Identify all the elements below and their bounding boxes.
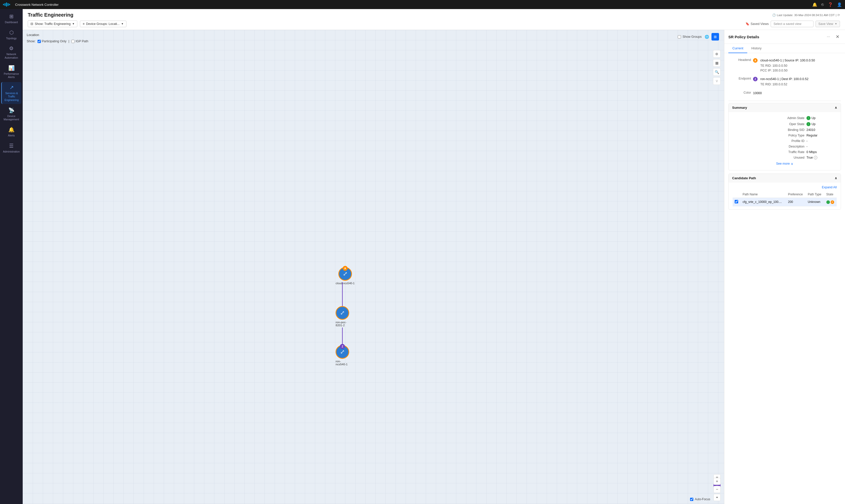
endpoint-value: Z ron-ncs540-1 | Dest IP: 100.0.0.52 TE … — [753, 77, 808, 87]
page-header-top: Traffic Engineering 🕐 Last Update: 30-Ma… — [28, 12, 840, 18]
oper-state-value: ↑ Up — [807, 122, 837, 126]
col-path-type: Path Type — [806, 191, 824, 198]
user-icon[interactable]: 👤 — [837, 2, 842, 7]
fork-icon-btn[interactable]: ⑂ — [713, 77, 721, 85]
chevron-down-icon-3: ▼ — [835, 22, 837, 25]
last-update: 🕐 Last Update: 30-Mar-2024 08:34:51 AM C… — [772, 13, 840, 17]
close-button[interactable]: ✕ — [834, 34, 841, 40]
summary-row-admin-state: Admin State ↑ Up — [733, 115, 837, 121]
candidate-path-header[interactable]: Candidate Path ∧ — [728, 174, 841, 182]
sidebar-item-topology[interactable]: ⬡ Topology — [1, 27, 21, 42]
saved-views-icon: 🔖 — [745, 22, 750, 26]
node-ron-poc-8201-2[interactable]: ⤢ ron-poc-8201-2 — [336, 306, 349, 327]
map-grid-icon-btn[interactable]: ▦ — [713, 59, 721, 67]
page-header: Traffic Engineering 🕐 Last Update: 30-Ma… — [23, 9, 845, 30]
node-badge-z: Z — [340, 344, 345, 349]
help-icon[interactable]: ❓ — [828, 2, 833, 7]
headend-node-indicator: A — [753, 58, 758, 63]
sidebar-item-performance-alerts[interactable]: 📊 Performance Alerts — [1, 63, 21, 81]
participating-only-label[interactable]: Participating Only — [37, 39, 67, 43]
unused-value: True i — [807, 156, 837, 159]
headend-value: A cloud-ncs540-1 | Source IP: 100.0.0.50… — [753, 58, 815, 73]
node-cloud-ncs540-1[interactable]: A ⤢ cloud-ncs540-1 — [336, 267, 354, 285]
description-value: - — [807, 145, 837, 148]
igp-path-label[interactable]: IGP Path — [71, 39, 88, 43]
page-header-controls: ⊟ Show: Traffic Engineering ▼ ≡ Device G… — [28, 20, 840, 30]
layers-icon-btn[interactable]: ⊛ — [713, 50, 721, 58]
endpoint-label: Endpoint — [728, 77, 751, 87]
summary-row-unused: Unused True i — [733, 155, 837, 160]
chevron-down-icon-4: ∨ — [791, 162, 793, 166]
profile-id-value: - — [807, 139, 837, 143]
device-groups-dropdown[interactable]: ≡ Device Groups: Locati... ▼ — [80, 21, 126, 27]
summary-body: Admin State ↑ Up Oper State ↑ — [728, 112, 841, 170]
tab-current[interactable]: Current — [728, 44, 747, 53]
sidebar: ⊞ Dashboard ⬡ Topology ⚙ Network Automat… — [0, 9, 23, 504]
show-groups-control[interactable]: Show Groups 🌐 ⊞ — [678, 33, 719, 40]
summary-row-oper-state: Oper State ↑ Up — [733, 121, 837, 127]
saved-views-section: 🔖 Saved Views Select a saved view Save V… — [745, 21, 840, 27]
auto-focus-row: Auto-Focus — [690, 498, 710, 501]
oper-state-icon: ↑ — [807, 122, 810, 126]
saved-views-select[interactable]: Select a saved view — [771, 21, 813, 27]
zoom-in-button[interactable]: + — [714, 478, 721, 485]
zoom-out-button[interactable]: − — [714, 486, 721, 493]
endpoint-row: Endpoint Z ron-ncs540-1 | Dest IP: 100.0… — [728, 76, 841, 88]
grid-view-icon[interactable]: ⊞ — [711, 33, 719, 40]
auto-focus-label: Auto-Focus — [695, 498, 710, 501]
node-ron-ncs540-1[interactable]: Z ⤢ ron-ncs540-1 — [336, 345, 349, 366]
show-groups-checkbox[interactable] — [678, 35, 681, 38]
sidebar-item-network-automation[interactable]: ⚙ Network Automation — [1, 43, 21, 61]
participating-only-checkbox[interactable] — [37, 40, 41, 43]
admin-state-value: ↑ Up — [807, 116, 837, 120]
candidate-header-row: Expand All — [733, 185, 837, 189]
search-icon-btn[interactable]: 🔍 — [713, 68, 721, 76]
candidate-table-row[interactable]: cfg_srte_c_10000_ep_100.... 200 Unknown … — [733, 198, 837, 206]
igp-path-checkbox[interactable] — [71, 40, 74, 43]
chevron-up-icon-2: ∧ — [835, 176, 837, 180]
performance-alerts-icon: 📊 — [8, 65, 15, 71]
svg-rect-2 — [6, 2, 7, 6]
unused-info-icon[interactable]: i — [814, 156, 817, 159]
saved-views-wrapper: Select a saved view — [771, 21, 813, 27]
map-panel[interactable]: Location Show Groups 🌐 ⊞ Show: Participa… — [23, 30, 724, 504]
summary-header[interactable]: Summary ∧ — [728, 103, 841, 112]
auto-focus-checkbox[interactable] — [690, 498, 693, 501]
app-layout: ⊞ Dashboard ⬡ Topology ⚙ Network Automat… — [0, 9, 845, 504]
candidate-select-cell[interactable] — [733, 198, 741, 206]
tab-history[interactable]: History — [747, 44, 765, 53]
candidate-path-section: Candidate Path ∧ Expand All — [728, 174, 841, 210]
node-expand-icon: ⤢ — [343, 271, 348, 277]
topology-icon: ⬡ — [9, 29, 14, 36]
main-content: Traffic Engineering 🕐 Last Update: 30-Ma… — [23, 9, 845, 504]
node-circle-cloud-ncs540-1[interactable]: A ⤢ — [338, 267, 352, 281]
export-icon[interactable]: ⎋ — [821, 2, 824, 7]
color-row: Color 10000 — [728, 90, 841, 97]
device-management-icon: 📡 — [8, 107, 15, 113]
col-checkbox — [733, 191, 741, 198]
chevron-down-icon: ▼ — [72, 22, 74, 25]
show-filter-dropdown[interactable]: ⊟ Show: Traffic Engineering ▼ — [28, 20, 77, 27]
color-label: Color — [728, 91, 751, 96]
more-options-button[interactable]: ··· — [825, 34, 832, 39]
see-more-link[interactable]: See more ∨ — [733, 160, 837, 167]
admin-state-icon: ↑ — [807, 116, 810, 120]
map-toolbar-top: Location — [27, 33, 39, 37]
save-view-button[interactable]: Save View ▼ — [815, 21, 840, 27]
sidebar-item-alerts[interactable]: 🔔 Alerts — [1, 124, 21, 140]
info-section-policy: Headend A cloud-ncs540-1 | Source IP: 10… — [728, 57, 841, 97]
candidate-row-checkbox[interactable] — [735, 200, 738, 203]
node-circle-ron-ncs540-1[interactable]: Z ⤢ — [336, 345, 349, 359]
fit-button[interactable]: ✦ — [714, 494, 721, 501]
details-body: Headend A cloud-ncs540-1 | Source IP: 10… — [724, 53, 845, 504]
refresh-icon[interactable]: ⟳ — [838, 13, 840, 17]
expand-all-link[interactable]: Expand All — [822, 185, 837, 189]
node-circle-ron-poc-8201-2[interactable]: ⤢ — [336, 306, 349, 320]
sidebar-item-administration[interactable]: ☰ Administration — [1, 141, 21, 156]
map-bottom-right: + − ✦ — [714, 478, 721, 501]
map-side-icons: ⊛ ▦ 🔍 ⑂ — [713, 50, 721, 85]
sidebar-item-device-management[interactable]: 📡 Device Management — [1, 105, 21, 123]
sidebar-item-services-te[interactable]: ↗ Services & Traffic Engineering — [1, 82, 21, 104]
sidebar-item-dashboard[interactable]: ⊞ Dashboard — [1, 11, 21, 26]
notification-icon[interactable]: 🔔 — [812, 2, 817, 7]
